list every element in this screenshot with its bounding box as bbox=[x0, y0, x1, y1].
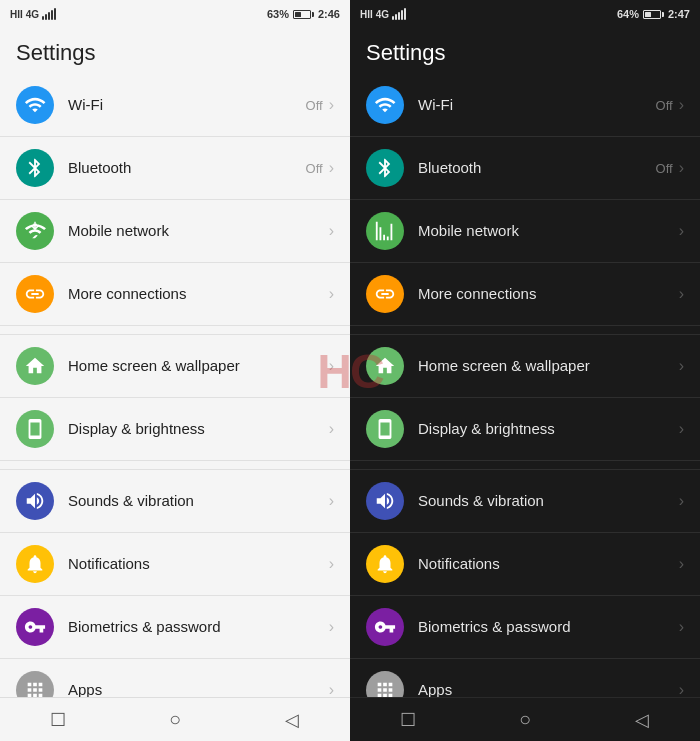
battery-fill-dark bbox=[645, 12, 651, 17]
apps-label-dark: Apps bbox=[418, 681, 452, 697]
biometrics-label: Biometrics & password bbox=[68, 618, 221, 635]
settings-item-more-dark[interactable]: More connections › bbox=[350, 263, 700, 326]
settings-item-biometrics-light[interactable]: Biometrics & password › bbox=[0, 596, 350, 659]
settings-item-wifi-dark[interactable]: Wi-Fi Off › bbox=[350, 74, 700, 137]
bluetooth-label: Bluetooth bbox=[68, 159, 131, 176]
mobile-right: › bbox=[329, 222, 334, 240]
settings-item-bluetooth-dark[interactable]: Bluetooth Off › bbox=[350, 137, 700, 200]
home-icon-circle-dark bbox=[366, 347, 404, 385]
battery-icon-light bbox=[293, 10, 314, 19]
sim-indicator: HII bbox=[10, 9, 23, 20]
more-right: › bbox=[329, 285, 334, 303]
settings-item-notifications-light[interactable]: Notifications › bbox=[0, 533, 350, 596]
settings-item-apps-dark[interactable]: Apps › bbox=[350, 659, 700, 697]
apps-icon-circle bbox=[16, 671, 54, 697]
link-icon-dark bbox=[374, 283, 396, 305]
bluetooth-value: Off bbox=[306, 161, 323, 176]
sounds-icon-circle-dark bbox=[366, 482, 404, 520]
status-bar-dark: HII 4G 64% 2:47 bbox=[350, 0, 700, 28]
biometrics-label-dark: Biometrics & password bbox=[418, 618, 571, 635]
apps-right: › bbox=[329, 681, 334, 697]
display-icon-circle bbox=[16, 410, 54, 448]
wifi-label-dark: Wi-Fi bbox=[418, 96, 453, 113]
home-label-dark: Home screen & wallpaper bbox=[418, 357, 590, 374]
settings-item-sounds-light[interactable]: Sounds & vibration › bbox=[0, 469, 350, 533]
more-chevron-dark: › bbox=[679, 285, 684, 303]
status-left-dark: HII 4G bbox=[360, 8, 406, 20]
nav-bar-light: ☐ ○ ◁ bbox=[0, 697, 350, 741]
time-dark: 2:47 bbox=[668, 8, 690, 20]
time-light: 2:46 bbox=[318, 8, 340, 20]
display-icon-dark bbox=[374, 418, 396, 440]
settings-item-home-dark[interactable]: Home screen & wallpaper › bbox=[350, 334, 700, 398]
wifi-label: Wi-Fi bbox=[68, 96, 103, 113]
nav-back-dark[interactable]: ◁ bbox=[626, 704, 658, 736]
wifi-value-dark: Off bbox=[656, 98, 673, 113]
home-right: › bbox=[329, 357, 334, 375]
bluetooth-icon-circle-dark bbox=[366, 149, 404, 187]
bluetooth-label-dark: Bluetooth bbox=[418, 159, 481, 176]
settings-item-wifi-light[interactable]: Wi-Fi Off › bbox=[0, 74, 350, 137]
bluetooth-right: Off › bbox=[306, 159, 334, 177]
more-chevron: › bbox=[329, 285, 334, 303]
sounds-chevron: › bbox=[329, 492, 334, 510]
home-chevron: › bbox=[329, 357, 334, 375]
nav-circle-light[interactable]: ○ bbox=[159, 704, 191, 736]
home-chevron-dark: › bbox=[679, 357, 684, 375]
more-label-dark: More connections bbox=[418, 285, 536, 302]
volume-icon bbox=[24, 490, 46, 512]
dark-panel: HII 4G 64% 2:47 bbox=[350, 0, 700, 741]
more-label: More connections bbox=[68, 285, 186, 302]
notifications-label-dark: Notifications bbox=[418, 555, 500, 572]
apps-right-dark: › bbox=[679, 681, 684, 697]
settings-item-more-light[interactable]: More connections › bbox=[0, 263, 350, 326]
battery-tip-dark bbox=[662, 12, 664, 17]
mobile-label: Mobile network bbox=[68, 222, 169, 239]
bar5 bbox=[54, 8, 56, 20]
apps-text-dark: Apps bbox=[418, 681, 679, 697]
settings-item-biometrics-dark[interactable]: Biometrics & password › bbox=[350, 596, 700, 659]
light-panel: HII 4G 63% 2:46 bbox=[0, 0, 350, 741]
page-title-dark: Settings bbox=[350, 28, 700, 74]
settings-item-apps-light[interactable]: Apps › bbox=[0, 659, 350, 697]
sounds-right-dark: › bbox=[679, 492, 684, 510]
mobile-icon-circle bbox=[16, 212, 54, 250]
settings-item-home-light[interactable]: Home screen & wallpaper › bbox=[0, 334, 350, 398]
nav-circle-dark[interactable]: ○ bbox=[509, 704, 541, 736]
mobile-label-dark: Mobile network bbox=[418, 222, 519, 239]
nav-bar-dark: ☐ ○ ◁ bbox=[350, 697, 700, 741]
nav-back-light[interactable]: ◁ bbox=[276, 704, 308, 736]
status-bar-light: HII 4G 63% 2:46 bbox=[0, 0, 350, 28]
display-label-dark: Display & brightness bbox=[418, 420, 555, 437]
notifications-label: Notifications bbox=[68, 555, 150, 572]
settings-item-mobile-dark[interactable]: Mobile network › bbox=[350, 200, 700, 263]
notifications-chevron: › bbox=[329, 555, 334, 573]
bar3d bbox=[398, 12, 400, 20]
bar2 bbox=[45, 14, 47, 20]
bar3 bbox=[48, 12, 50, 20]
nav-square-dark[interactable]: ☐ bbox=[392, 704, 424, 736]
status-left-light: HII 4G bbox=[10, 8, 56, 20]
wifi-value: Off bbox=[306, 98, 323, 113]
display-text: Display & brightness bbox=[68, 420, 329, 438]
mobile-text: Mobile network bbox=[68, 222, 329, 240]
home-icon-circle bbox=[16, 347, 54, 385]
settings-item-sounds-dark[interactable]: Sounds & vibration › bbox=[350, 469, 700, 533]
settings-item-display-dark[interactable]: Display & brightness › bbox=[350, 398, 700, 461]
wifi-icon-circle-dark bbox=[366, 86, 404, 124]
display-chevron: › bbox=[329, 420, 334, 438]
sounds-text-dark: Sounds & vibration bbox=[418, 492, 679, 510]
key-icon bbox=[24, 616, 46, 638]
bar1d bbox=[392, 16, 394, 20]
settings-item-notifications-dark[interactable]: Notifications › bbox=[350, 533, 700, 596]
settings-item-bluetooth-light[interactable]: Bluetooth Off › bbox=[0, 137, 350, 200]
biometrics-icon-circle-dark bbox=[366, 608, 404, 646]
apps-icon bbox=[24, 679, 46, 697]
settings-item-mobile-light[interactable]: Mobile network › bbox=[0, 200, 350, 263]
settings-item-display-light[interactable]: Display & brightness › bbox=[0, 398, 350, 461]
nav-square-light[interactable]: ☐ bbox=[42, 704, 74, 736]
bluetooth-icon-dark bbox=[374, 157, 396, 179]
biometrics-right-dark: › bbox=[679, 618, 684, 636]
apps-chevron-dark: › bbox=[679, 681, 684, 697]
notifications-right: › bbox=[329, 555, 334, 573]
